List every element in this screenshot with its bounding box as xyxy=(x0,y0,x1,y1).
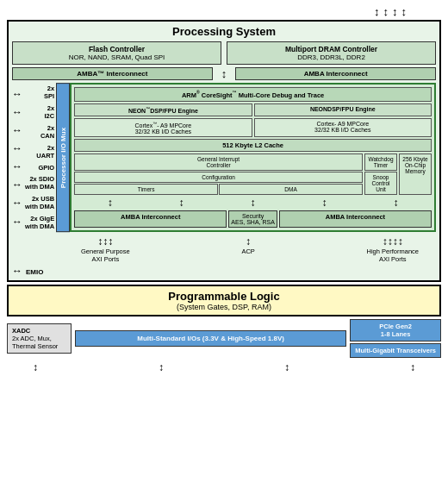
core-down-arrows: ↕ ↕ ↕ ↕ ↕ xyxy=(74,197,432,209)
amba-bottom-right: AMBA Interconnect xyxy=(279,210,432,228)
io-gige: 2x GigEwith DMA xyxy=(25,215,54,230)
side-arrow-4: ↔ xyxy=(12,143,22,154)
amba-outer-row: AMBA™ Interconnect ↕ AMBA Interconnect xyxy=(12,67,436,80)
multi-gigabit-box: Multi-Gigabit Transceivers xyxy=(350,343,441,358)
security-box: SecurityAES, SHA, RSA xyxy=(228,210,277,228)
top-arrow-4: ↕ xyxy=(401,5,408,18)
side-arrow-3: ↔ xyxy=(12,125,22,135)
pl-title: Programmable Logic xyxy=(12,290,436,303)
mem256-box: 256 KbyteOn-ChipMemory xyxy=(399,154,432,195)
bottom-arrow-2: ↕ xyxy=(159,361,164,373)
bottom-arrow-3: ↕ xyxy=(284,361,289,373)
right-bottom-col: PCIe Gen21-8 Lanes Multi-Gigabit Transce… xyxy=(350,319,441,358)
watchdog-snoop-col: WatchdogTimer SnoopControlUnit xyxy=(364,154,397,195)
pcie-box: PCIe Gen21-8 Lanes xyxy=(350,319,441,341)
watchdog-box: WatchdogTimer xyxy=(364,154,397,171)
ports-row: ↕↕↕ General PurposeAXI Ports ↕ ACP ↕↕↕↕ … xyxy=(12,234,436,263)
xadc-box: XADC 2x ADC, Mux,Thermal Sensor xyxy=(7,323,72,354)
coresight-box: ARM® CoreSight™ Multi-Core Debug and Tra… xyxy=(74,87,432,102)
io-can: 2xCAN xyxy=(25,124,54,140)
timers-dma-row: Timers DMA xyxy=(74,184,363,195)
ps-inner-row: ↔ ↔ ↔ ↔ ↔ ↔ ↔ ↔ 2xSPI 2xI2C 2xCAN 2xUART… xyxy=(12,83,436,232)
io-uart: 2xUART xyxy=(25,144,54,160)
general-interrupt-box: General InterruptController xyxy=(74,154,363,171)
neon-left: NEON™DSP/FPU Engine xyxy=(74,103,252,116)
high-perf-axi-port: ↕↕↕↕ High PerformanceAXI Ports xyxy=(367,235,419,263)
amba-arrows: ↕ xyxy=(218,67,231,80)
io-mux-label: Processor I/O Mux xyxy=(56,83,70,232)
dram-controller-title: Multiport DRAM Controller xyxy=(231,45,432,53)
top-arrows-area: ↕ ↕ ↕ ↕ xyxy=(7,5,441,20)
io-bar-box: Multi-Standard I/Os (3.3V & High-Speed 1… xyxy=(75,330,346,347)
side-arrow-8: ↔ xyxy=(12,216,22,227)
bottom-arrow-1: ↕ xyxy=(33,361,38,373)
flash-controller-title: Flash Controller xyxy=(16,45,217,53)
timers-box: Timers xyxy=(74,184,218,195)
dram-controller-subtitle: DDR3, DDR3L, DDR2 xyxy=(231,53,432,61)
amba-top-left: AMBA™ Interconnect xyxy=(12,67,213,80)
cortex-left: Cortex™- A9 MPCore32/32 KB I/D Caches xyxy=(74,118,252,137)
top-arrow-2: ↕ xyxy=(383,5,389,18)
side-arrows-left: ↔ ↔ ↔ ↔ ↔ ↔ ↔ ↔ xyxy=(12,83,22,232)
ps-title: Processing System xyxy=(12,25,436,38)
emio-arrow: ↔ xyxy=(12,265,22,277)
left-sidebar: ↔ ↔ ↔ ↔ ↔ ↔ ↔ ↔ 2xSPI 2xI2C 2xCAN 2xUART… xyxy=(12,83,70,232)
side-arrow-5: ↔ xyxy=(12,161,22,172)
general-axi-port: ↕↕↕ General PurposeAXI Ports xyxy=(81,235,130,263)
neon-right: NEONDSP/FPU Engine xyxy=(254,103,432,116)
ctrl-stack-left: General InterruptController Configuratio… xyxy=(74,154,363,195)
bottom-arrow-4: ↕ xyxy=(410,361,415,373)
acp-port: ↕ ACP xyxy=(241,235,254,263)
core-block: ARM® CoreSight™ Multi-Core Debug and Tra… xyxy=(70,83,436,232)
amba-bottom-row: AMBA Interconnect SecurityAES, SHA, RSA … xyxy=(74,210,432,228)
bottom-arrows: ↕ ↕ ↕ ↕ xyxy=(7,360,441,375)
top-arrow-1: ↕ xyxy=(374,5,380,18)
flash-controller-box: Flash Controller NOR, NAND, SRAM, Quad S… xyxy=(12,41,221,65)
io-items-list: 2xSPI 2xI2C 2xCAN 2xUART GPIO 2x SDIOwit… xyxy=(23,83,56,232)
core-bottom-row: General InterruptController Configuratio… xyxy=(74,154,432,195)
snoop-box: SnoopControlUnit xyxy=(364,172,397,195)
side-arrow-2: ↔ xyxy=(12,107,22,117)
side-arrow-7: ↔ xyxy=(12,197,22,208)
programmable-logic-section: Programmable Logic (System Gates, DSP, R… xyxy=(7,285,441,316)
amba-bottom-left: AMBA Interconnect xyxy=(74,210,227,228)
neon-row: NEON™DSP/FPU Engine NEONDSP/FPU Engine xyxy=(74,103,432,116)
dram-controller-box: Multiport DRAM Controller DDR3, DDR3L, D… xyxy=(227,41,436,65)
l2-cache-box: 512 Kbyte L2 Cache xyxy=(74,139,432,152)
io-spi: 2xSPI xyxy=(25,85,54,100)
top-controllers-row: Flash Controller NOR, NAND, SRAM, Quad S… xyxy=(12,41,436,65)
io-sdio: 2x SDIOwith DMA xyxy=(25,175,54,191)
side-arrow-6: ↔ xyxy=(12,179,22,190)
io-usb: 2x USBwith DMA xyxy=(25,195,54,210)
emio-row: ↔ EMIO xyxy=(12,265,436,277)
cortex-row: Cortex™- A9 MPCore32/32 KB I/D Caches Co… xyxy=(74,118,432,137)
dma-box: DMA xyxy=(219,184,363,195)
io-i2c: 2xI2C xyxy=(25,104,54,120)
cortex-right: Cortex- A9 MPCore32/32 KB I/D Caches xyxy=(254,118,432,137)
configuration-box: Configuration xyxy=(74,172,363,183)
emio-label: EMIO xyxy=(26,268,43,276)
flash-controller-subtitle: NOR, NAND, SRAM, Quad SPI xyxy=(16,53,217,61)
processing-system-block: Processing System Flash Controller NOR, … xyxy=(7,20,441,282)
main-wrapper: ↕ ↕ ↕ ↕ Processing System Flash Controll… xyxy=(0,0,448,495)
io-gpio: GPIO xyxy=(25,164,54,172)
top-arrow-3: ↕ xyxy=(392,5,398,18)
pl-subtitle: (System Gates, DSP, RAM) xyxy=(12,303,436,311)
side-arrow-1: ↔ xyxy=(12,89,22,99)
amba-top-right: AMBA Interconnect xyxy=(235,67,436,80)
bottom-section: XADC 2x ADC, Mux,Thermal Sensor Multi-St… xyxy=(7,319,441,358)
